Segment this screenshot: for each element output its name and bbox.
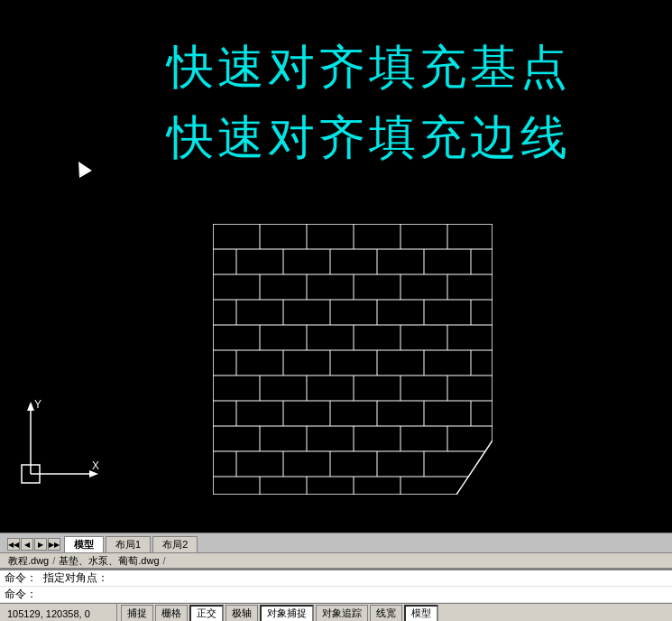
command-line-2: 命令： bbox=[0, 587, 672, 603]
model-button[interactable]: 模型 bbox=[404, 605, 438, 622]
otrack-button[interactable]: 对象追踪 bbox=[316, 605, 368, 622]
brick-drawing bbox=[213, 224, 492, 495]
svg-text:X: X bbox=[92, 459, 99, 472]
command-area[interactable]: 命令： 指定对角点： 命令： bbox=[0, 569, 672, 603]
coordinates-display: 105129, 120358, 0 bbox=[0, 604, 117, 621]
nav-prev-arrow[interactable]: ◀ bbox=[21, 538, 33, 551]
command-line-1: 命令： 指定对角点： bbox=[0, 570, 672, 587]
ortho-button[interactable]: 正交 bbox=[189, 605, 224, 622]
nav-arrows: ◀◀ ◀ ▶ ▶▶ bbox=[5, 536, 64, 552]
svg-marker-1 bbox=[213, 224, 492, 495]
status-bar: 105129, 120358, 0 捕捉 栅格 正交 极轴 对象捕捉 对象追踪 … bbox=[0, 603, 672, 621]
svg-text:Y: Y bbox=[34, 398, 41, 411]
file-path-1: 教程.dwg bbox=[5, 554, 52, 568]
coordinate-axes: Y X bbox=[13, 397, 121, 505]
canvas-area[interactable]: 快速对齐填充基点 快速对齐填充边线 bbox=[0, 0, 672, 533]
status-buttons: 捕捉 栅格 正交 极轴 对象捕捉 对象追踪 线宽 模型 bbox=[117, 604, 672, 622]
osnap-button[interactable]: 对象捕捉 bbox=[260, 605, 314, 622]
cursor-arrow bbox=[72, 158, 92, 178]
svg-marker-0 bbox=[213, 224, 492, 495]
file-path-bar: 教程.dwg / 基垫、水泵、葡萄.dwg / bbox=[0, 552, 672, 569]
nav-first-arrow[interactable]: ◀◀ bbox=[7, 538, 20, 551]
linewidth-button[interactable]: 线宽 bbox=[370, 605, 402, 622]
tab-layout1[interactable]: 布局1 bbox=[106, 536, 151, 552]
svg-marker-71 bbox=[27, 402, 34, 411]
snap-button[interactable]: 捕捉 bbox=[121, 605, 153, 622]
file-separator-2: / bbox=[163, 555, 166, 566]
tab-bar: ◀◀ ◀ ▶ ▶▶ 模型 布局1 布局2 bbox=[0, 533, 672, 552]
nav-next-arrow[interactable]: ▶ bbox=[34, 538, 47, 551]
file-path-2: 基垫、水泵、葡萄.dwg bbox=[55, 554, 162, 568]
tab-model[interactable]: 模型 bbox=[64, 536, 104, 552]
tab-layout2[interactable]: 布局2 bbox=[152, 536, 198, 552]
polar-button[interactable]: 极轴 bbox=[226, 605, 258, 622]
grid-button[interactable]: 栅格 bbox=[155, 605, 188, 622]
title1: 快速对齐填充基点 bbox=[167, 36, 571, 99]
nav-last-arrow[interactable]: ▶▶ bbox=[48, 538, 60, 551]
title2: 快速对齐填充边线 bbox=[167, 107, 571, 170]
